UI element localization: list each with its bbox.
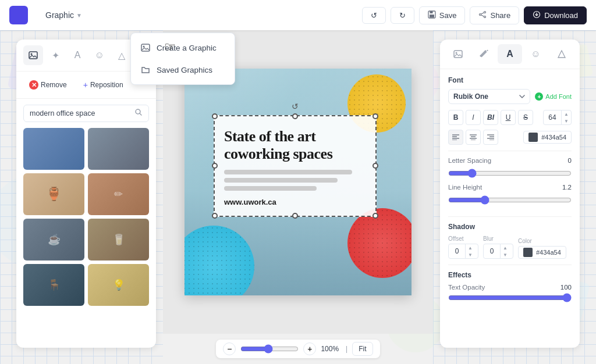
left-panel: ✦ A ☺ △ ✕ Remove + Reposition 🏺 ✏ ☕ 🥛 🪑 … xyxy=(16,40,156,348)
rpanel-tab-image[interactable] xyxy=(446,44,470,64)
font-select[interactable]: Rubik One Arial Helvetica xyxy=(448,89,530,104)
right-panel: A ☺ Font Rubik One Arial Helvetica + Add… xyxy=(440,40,580,348)
text-opacity-slider[interactable] xyxy=(448,293,572,302)
rpanel-tab-emoji[interactable]: ☺ xyxy=(523,44,548,64)
line-height-value: 1.2 xyxy=(562,184,572,191)
text-color-hex: #434a54 xyxy=(541,134,566,141)
font-section-title: Font xyxy=(448,76,572,84)
download-button[interactable]: Download xyxy=(524,6,587,24)
create-graphic-item[interactable]: Create a Graphic xyxy=(131,37,235,59)
italic-button[interactable]: I xyxy=(466,110,481,125)
handle-br[interactable] xyxy=(372,213,378,219)
list-item[interactable] xyxy=(88,128,149,170)
align-right-button[interactable] xyxy=(483,130,498,145)
bold-italic-button[interactable]: BI xyxy=(483,110,498,125)
list-item[interactable]: 🏺 xyxy=(23,173,84,215)
reposition-button[interactable]: + Reposition xyxy=(77,77,129,92)
subtext-line-3 xyxy=(224,186,317,191)
share-icon xyxy=(478,10,487,20)
shadow-blur-down[interactable]: ▼ xyxy=(501,251,510,258)
rpanel-tab-text[interactable]: A xyxy=(498,44,522,64)
tab-emoji[interactable]: ☺ xyxy=(90,45,109,65)
zoom-in-button[interactable]: + xyxy=(303,342,316,355)
search-input[interactable] xyxy=(30,109,131,117)
text-opacity-label: Text Opacity xyxy=(448,284,485,291)
font-size-input[interactable] xyxy=(544,112,561,123)
zoom-out-button[interactable]: − xyxy=(223,342,236,355)
strikethrough-button[interactable]: S xyxy=(518,110,533,125)
shadow-offset-up[interactable]: ▲ xyxy=(466,244,475,251)
list-item[interactable]: 💡 xyxy=(88,264,149,306)
download-label: Download xyxy=(544,11,578,20)
shadow-color-field: Color #434a54 xyxy=(518,238,566,259)
image-grid: 🏺 ✏ ☕ 🥛 🪑 💡 xyxy=(16,128,156,313)
text-color-swatch[interactable]: #434a54 xyxy=(523,131,572,144)
zoom-label: 100% xyxy=(321,345,339,353)
letter-spacing-slider[interactable] xyxy=(448,169,572,178)
font-size-down[interactable]: ▼ xyxy=(562,117,571,124)
bold-button[interactable]: B xyxy=(448,110,463,125)
rotate-handle[interactable]: ↺ xyxy=(290,102,300,111)
remove-button[interactable]: ✕ Remove xyxy=(23,77,73,92)
search-bar xyxy=(23,105,149,122)
handle-tl[interactable] xyxy=(212,113,218,119)
text-selection-box[interactable]: ↺ State of the art coworking spaces www.… xyxy=(214,115,377,217)
handle-tr[interactable] xyxy=(372,113,378,119)
line-height-row: Line Height 1.2 xyxy=(448,184,572,191)
download-icon xyxy=(533,10,541,20)
swatch-box xyxy=(528,133,538,142)
shadow-offset-value[interactable] xyxy=(449,245,465,257)
tab-images[interactable] xyxy=(23,45,43,65)
shadow-offset-down[interactable]: ▼ xyxy=(466,251,475,258)
redo-button[interactable]: ↻ xyxy=(391,7,414,24)
zoom-slider[interactable] xyxy=(240,344,299,354)
subtext-line-2 xyxy=(224,178,338,183)
letter-spacing-label: Letter Spacing xyxy=(448,157,491,164)
list-item[interactable]: 🥛 xyxy=(88,219,149,260)
list-item[interactable]: ☕ xyxy=(23,219,84,260)
list-item[interactable]: ✏ xyxy=(88,173,149,215)
align-center-button[interactable] xyxy=(466,130,481,145)
handle-bc[interactable] xyxy=(292,213,298,219)
handle-tc[interactable] xyxy=(292,113,298,119)
canvas-bottom-bar: − + 100% | Fit xyxy=(163,334,433,364)
line-height-label: Line Height xyxy=(448,184,482,191)
graphic-canvas[interactable]: ↺ State of the art coworking spaces www.… xyxy=(185,69,411,295)
shadow-blur-up[interactable]: ▲ xyxy=(501,244,510,251)
svg-point-13 xyxy=(456,52,457,54)
underline-button[interactable]: U xyxy=(501,110,516,125)
plus-icon: + xyxy=(83,80,88,90)
shadow-color-swatch[interactable]: #434a54 xyxy=(518,246,566,259)
share-button[interactable]: Share xyxy=(470,6,519,24)
shadow-blur-value[interactable] xyxy=(484,245,500,257)
rpanel-tab-shapes[interactable] xyxy=(549,44,574,64)
fit-button[interactable]: Fit xyxy=(352,342,372,356)
letter-spacing-value: 0 xyxy=(568,157,572,164)
svg-rect-9 xyxy=(29,52,37,59)
list-item[interactable]: 🪑 xyxy=(23,264,84,306)
text-opacity-value: 100 xyxy=(560,284,572,291)
align-row: #434a54 xyxy=(448,130,572,145)
right-panel-tabs: A ☺ xyxy=(440,40,580,69)
shadow-section: Shadow Offset ▲ ▼ Blur xyxy=(448,223,572,259)
handle-ml[interactable] xyxy=(212,163,218,169)
undo-button[interactable]: ↺ xyxy=(362,7,386,24)
graphic-menu-btn[interactable]: Create a Graphic Graphic ▼ xyxy=(37,7,90,23)
line-height-slider[interactable] xyxy=(448,195,572,205)
align-left-button[interactable] xyxy=(448,130,463,145)
tab-shapes[interactable]: △ xyxy=(112,45,132,65)
tab-text[interactable]: A xyxy=(68,45,87,65)
save-button[interactable]: Save xyxy=(419,6,466,24)
tab-elements[interactable]: ✦ xyxy=(45,45,65,65)
shadow-blur-arrows: ▲ ▼ xyxy=(500,244,510,258)
add-font-button[interactable]: + Add Font xyxy=(535,92,572,101)
font-size-up[interactable]: ▲ xyxy=(562,110,571,117)
handle-bl[interactable] xyxy=(212,213,218,219)
svg-point-7 xyxy=(484,16,486,17)
rpanel-tab-wand[interactable] xyxy=(471,44,496,64)
handle-mr[interactable] xyxy=(372,163,378,169)
list-item[interactable] xyxy=(23,128,84,170)
canvas-url: www.uwork.ca xyxy=(224,198,366,206)
canvas-dot-red xyxy=(347,208,411,278)
saved-graphics-item[interactable]: Saved Graphics xyxy=(131,59,235,81)
